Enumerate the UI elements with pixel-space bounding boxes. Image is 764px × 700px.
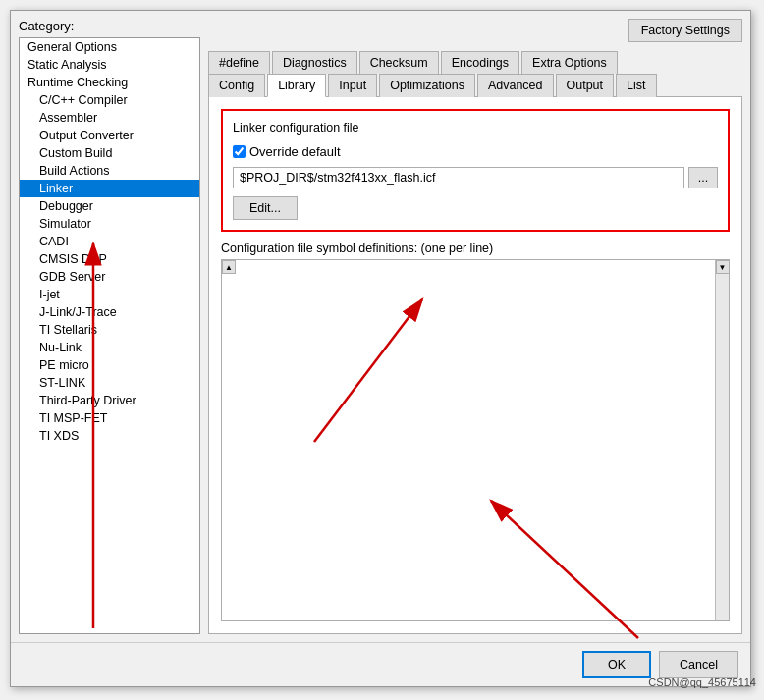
category-item[interactable]: Output Converter [20, 127, 199, 144]
upper-tab-row: #defineDiagnosticsChecksumEncodingsExtra… [208, 50, 742, 73]
category-item[interactable]: TI MSP-FET [20, 409, 199, 427]
scrollbar-up-arrow[interactable]: ▲ [222, 260, 236, 274]
category-item[interactable]: Build Actions [20, 162, 199, 180]
category-item[interactable]: TI Stellaris [20, 321, 199, 339]
category-item[interactable]: Custom Build [20, 144, 199, 162]
category-item[interactable]: General Options [20, 38, 199, 56]
category-item[interactable]: Runtime Checking [20, 74, 199, 91]
category-item[interactable]: TI XDS [20, 427, 199, 445]
category-item[interactable]: Assembler [20, 109, 199, 127]
category-item[interactable]: C/C++ Compiler [20, 91, 199, 109]
symbol-textarea-wrapper[interactable]: ▲ ▼ [221, 259, 730, 621]
category-item[interactable]: Simulator [20, 215, 199, 233]
category-item[interactable]: Linker [20, 180, 199, 197]
lower-tab-row: ConfigLibraryInputOptimizationsAdvancedO… [208, 73, 742, 96]
category-item[interactable]: Debugger [20, 197, 199, 215]
linker-config-title: Linker configuration file [233, 121, 718, 135]
ok-button[interactable]: OK [582, 651, 651, 678]
category-item[interactable]: CMSIS DAP [20, 250, 199, 268]
watermark: CSDN@qq_45675114 [648, 676, 756, 688]
override-checkbox[interactable] [233, 145, 246, 158]
right-panel-inner: #defineDiagnosticsChecksumEncodingsExtra… [208, 50, 742, 634]
lower-tab[interactable]: Input [328, 74, 377, 97]
category-item[interactable]: PE micro [20, 356, 199, 374]
lower-tab[interactable]: List [616, 74, 656, 97]
lower-tab[interactable]: Output [556, 74, 615, 97]
lower-tab[interactable]: Library [267, 74, 326, 97]
dialog-buttons: OK Cancel [11, 642, 750, 686]
upper-tab[interactable]: Checksum [359, 51, 439, 74]
edit-button[interactable]: Edit... [233, 196, 298, 220]
category-item[interactable]: ST-LINK [20, 374, 199, 392]
factory-settings-button[interactable]: Factory Settings [628, 19, 742, 42]
scrollbar-down-arrow[interactable]: ▼ [716, 260, 730, 274]
lower-tab[interactable]: Optimizations [379, 74, 475, 97]
cancel-button[interactable]: Cancel [659, 651, 738, 678]
category-list[interactable]: General OptionsStatic AnalysisRuntime Ch… [19, 37, 200, 634]
upper-tab[interactable]: Diagnostics [272, 51, 357, 74]
category-item[interactable]: Static Analysis [20, 56, 199, 74]
symbol-title: Configuration file symbol definitions: (… [221, 242, 730, 255]
symbol-scrollbar[interactable]: ▼ [715, 260, 729, 620]
file-path-row: ... [233, 167, 718, 188]
category-item[interactable]: CADI [20, 233, 199, 250]
lower-tab[interactable]: Config [208, 74, 265, 97]
linker-config-section: Linker configuration file Override defau… [221, 109, 730, 232]
factory-settings-row: Factory Settings [208, 19, 742, 42]
category-item[interactable]: J-Link/J-Trace [20, 303, 199, 321]
dialog-body: Category: General OptionsStatic Analysis… [11, 11, 750, 642]
override-label: Override default [249, 144, 341, 159]
upper-tab[interactable]: Extra Options [521, 51, 618, 74]
category-label: Category: [19, 19, 200, 33]
browse-button[interactable]: ... [688, 167, 718, 188]
category-item[interactable]: Third-Party Driver [20, 392, 199, 409]
right-panel: Factory Settings #defineDiagnosticsCheck… [208, 19, 742, 634]
file-path-input[interactable] [233, 167, 684, 188]
symbol-section: Configuration file symbol definitions: (… [221, 242, 730, 621]
lower-tab[interactable]: Advanced [477, 74, 554, 97]
category-item[interactable]: I-jet [20, 286, 199, 303]
options-dialog: Category: General OptionsStatic Analysis… [10, 10, 751, 687]
category-item[interactable]: Nu-Link [20, 339, 199, 356]
override-row: Override default [233, 144, 718, 159]
category-panel: Category: General OptionsStatic Analysis… [19, 19, 200, 634]
tab-content-area: Linker configuration file Override defau… [208, 96, 742, 634]
upper-tab[interactable]: #define [208, 51, 270, 74]
upper-tab[interactable]: Encodings [441, 51, 519, 74]
category-item[interactable]: GDB Server [20, 268, 199, 286]
